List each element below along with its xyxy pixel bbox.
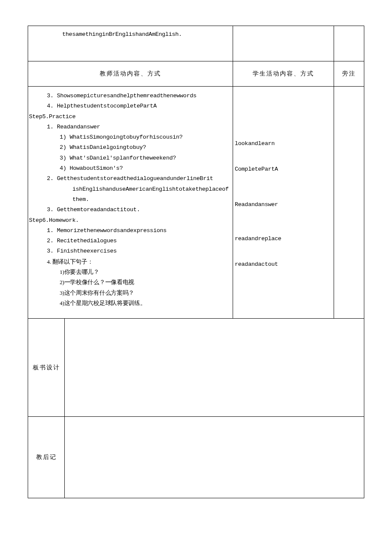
- student-item4: readandreplace: [235, 234, 332, 244]
- step6-trans3: 3)这个周末你有什么方案吗？: [28, 288, 230, 298]
- teacher-header: 教师活动内容、方式: [28, 61, 233, 87]
- teacher-activity-content: 3. Showsomepicturesandhelpthemreadthenew…: [28, 87, 233, 313]
- notes-cell: [334, 87, 364, 319]
- lesson-plan-table: thesamethinginBrEnglishandAmEnglish. 教师活…: [28, 26, 364, 319]
- after-notes-content: [65, 417, 364, 498]
- student-item1: lookandlearn: [235, 139, 332, 149]
- content-row: 3. Showsomepicturesandhelpthemreadthenew…: [28, 87, 364, 319]
- header-row: 教师活动内容、方式 学生活动内容、方式 旁注: [28, 61, 364, 87]
- student-header: 学生活动内容、方式: [233, 61, 334, 87]
- board-design-content: [65, 319, 364, 417]
- student-activity-cell: lookandlearn CompletePartA Readandanswer…: [233, 87, 334, 319]
- student-item5: readandactout: [235, 259, 332, 270]
- prev-notes: [334, 26, 364, 61]
- step5-item2a: 2. Getthestudentstoreadthedialogueandund…: [28, 174, 230, 184]
- step5-item1: 1. Readandanswer: [28, 122, 230, 132]
- step6-trans2: 2)一学校像什么？一像看电视: [28, 277, 230, 288]
- prev-student-content: [233, 26, 334, 61]
- after-notes-row: 教后记: [28, 417, 364, 498]
- step6-item4: 4. 翻译以下句子：: [28, 257, 230, 267]
- item-3: 3. Showsomepicturesandhelpthemreadthenew…: [28, 91, 230, 101]
- step6-trans4: 4)这个星期六校足球队将要训练。: [28, 298, 230, 308]
- student-item3: Readandanswer: [235, 200, 332, 210]
- step5-item3: 3. Getthemtoreadandactitout.: [28, 205, 230, 215]
- step6-item3: 3. Finishtheexercises: [28, 246, 230, 256]
- teacher-activity-cell: 3. Showsomepicturesandhelpthemreadthenew…: [28, 87, 233, 319]
- step5-heading: Step5.Practice: [28, 112, 230, 122]
- step5-item2c: them.: [28, 195, 230, 205]
- step6-trans1: 1)你要去哪儿？: [28, 267, 230, 277]
- step5-q4: 4) HowaboutSimon's?: [28, 163, 230, 174]
- after-notes-label: 教后记: [28, 417, 65, 498]
- step5-q3: 3) What'sDaniel'splanfortheweekend?: [28, 153, 230, 163]
- prev-teacher-content: thesamethinginBrEnglishandAmEnglish.: [28, 26, 233, 61]
- board-design-label: 板书设计: [28, 319, 65, 417]
- student-item2: CompletePartA: [235, 164, 332, 174]
- notes-header: 旁注: [334, 61, 364, 87]
- student-activity-content: lookandlearn CompletePartA Readandanswer…: [233, 87, 334, 289]
- footer-table: 板书设计 教后记: [28, 318, 364, 498]
- step6-item1: 1. Memorizethenewwordsandexpressions: [28, 226, 230, 236]
- step6-heading: Step6.Homework.: [28, 215, 230, 226]
- item-4: 4. HelpthestudentstocompletePartA: [28, 101, 230, 111]
- continuation-row: thesamethinginBrEnglishandAmEnglish.: [28, 26, 364, 61]
- step6-item2: 2. Recitethedialogues: [28, 236, 230, 246]
- step5-q2: 2) WhatisDanielgoingtobuy?: [28, 142, 230, 153]
- prev-text: thesamethinginBrEnglishandAmEnglish.: [28, 26, 233, 40]
- step5-item2b: ishEnglishanduseAmericanEnglishtotakethe…: [28, 184, 230, 195]
- step5-q1: 1) WhatisSimongoingtobuyforhiscousin?: [28, 132, 230, 142]
- board-design-row: 板书设计: [28, 319, 364, 417]
